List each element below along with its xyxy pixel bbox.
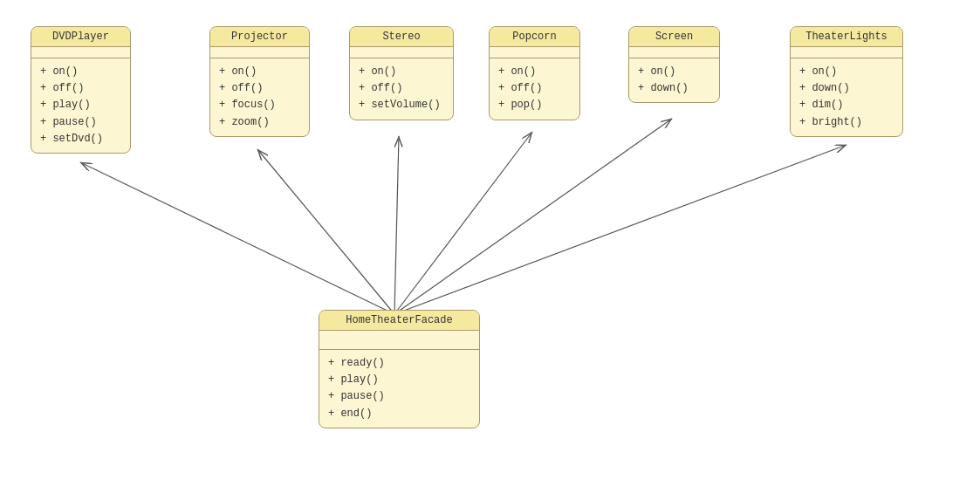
class-projector-methods: + on() + off() + focus() + zoom() [210, 58, 309, 136]
class-popcorn-methods: + on() + off() + pop() [490, 58, 579, 120]
class-screen-empty [629, 47, 719, 58]
class-facade-methods: + ready() + play() + pause() + end() [319, 350, 479, 428]
arrow-popcorn [394, 132, 532, 314]
class-stereo: Stereo + on() + off() + setVolume() [349, 26, 454, 120]
class-facade-title: HomeTheaterFacade [319, 311, 479, 331]
class-popcorn-empty [490, 47, 579, 58]
class-dvdplayer-title: DVDPlayer [31, 27, 130, 47]
class-theaterlights: TheaterLights + on() + down() + dim() + … [790, 26, 903, 137]
class-facade-empty [319, 331, 479, 350]
class-dvdplayer: DVDPlayer + on() + off() + play() + paus… [31, 26, 131, 154]
class-stereo-methods: + on() + off() + setVolume() [350, 58, 453, 120]
class-theaterlights-methods: + on() + down() + dim() + bright() [791, 58, 902, 136]
class-dvdplayer-methods: + on() + off() + play() + pause() + setD… [31, 58, 130, 153]
arrow-projector [257, 149, 394, 314]
arrow-theaterlights [394, 145, 846, 314]
class-stereo-title: Stereo [350, 27, 453, 47]
class-dvdplayer-empty [31, 47, 130, 58]
class-stereo-empty [350, 47, 453, 58]
arrow-dvdplayer [80, 162, 394, 314]
arrow-stereo [394, 136, 399, 314]
class-facade: HomeTheaterFacade + ready() + play() + p… [319, 310, 480, 428]
class-projector-empty [210, 47, 309, 58]
class-screen: Screen + on() + down() [628, 26, 720, 103]
class-theaterlights-title: TheaterLights [791, 27, 902, 47]
class-popcorn-title: Popcorn [490, 27, 579, 47]
class-theaterlights-empty [791, 47, 902, 58]
class-screen-methods: + on() + down() [629, 58, 719, 102]
arrow-screen [394, 119, 672, 314]
class-screen-title: Screen [629, 27, 719, 47]
class-projector-title: Projector [210, 27, 309, 47]
class-projector: Projector + on() + off() + focus() + zoo… [209, 26, 310, 137]
class-popcorn: Popcorn + on() + off() + pop() [489, 26, 580, 120]
